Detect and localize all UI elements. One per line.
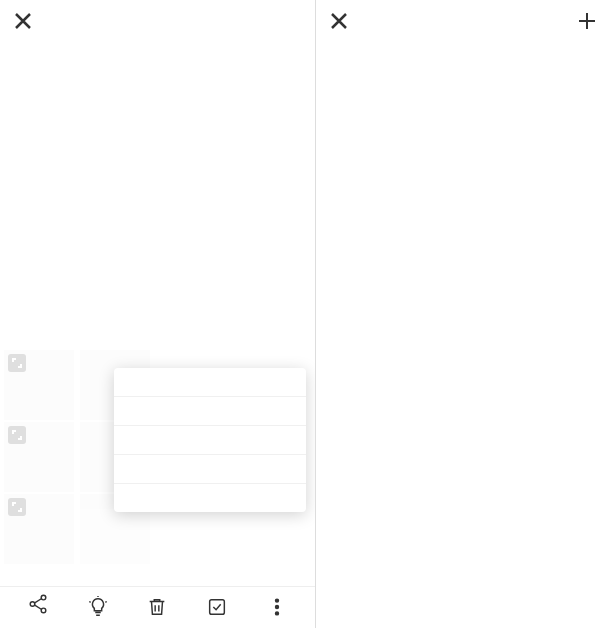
share-button[interactable] (15, 593, 61, 620)
section-other-albums (328, 40, 598, 62)
bottom-toolbar (0, 586, 315, 628)
close-icon[interactable] (14, 12, 32, 30)
move-to-header (316, 0, 610, 40)
svg-point-5 (276, 606, 279, 609)
menu-detail[interactable] (114, 484, 306, 512)
menu-download[interactable] (114, 368, 306, 397)
plus-icon[interactable] (578, 12, 596, 30)
selection-pane (0, 0, 315, 628)
selection-header (0, 0, 315, 40)
select-button[interactable] (194, 596, 240, 620)
trash-icon (146, 596, 168, 618)
more-vertical-icon (266, 596, 288, 618)
svg-point-6 (276, 612, 279, 615)
menu-move[interactable] (114, 397, 306, 426)
context-menu (114, 368, 306, 512)
thumbnail-grid-area (0, 40, 315, 586)
create-button[interactable] (75, 596, 121, 620)
svg-point-4 (276, 599, 279, 602)
delete-button[interactable] (134, 596, 180, 620)
lightbulb-icon (87, 596, 109, 618)
select-icon (206, 596, 228, 618)
close-icon[interactable] (330, 12, 348, 30)
share-icon (27, 593, 49, 615)
menu-copy[interactable] (114, 426, 306, 455)
faded-thumbs-col1 (4, 350, 74, 566)
svg-rect-3 (210, 600, 225, 615)
menu-print-export-pdf[interactable] (114, 455, 306, 484)
other-button[interactable] (254, 596, 300, 620)
album-list[interactable] (316, 40, 610, 628)
move-to-pane (315, 0, 610, 628)
